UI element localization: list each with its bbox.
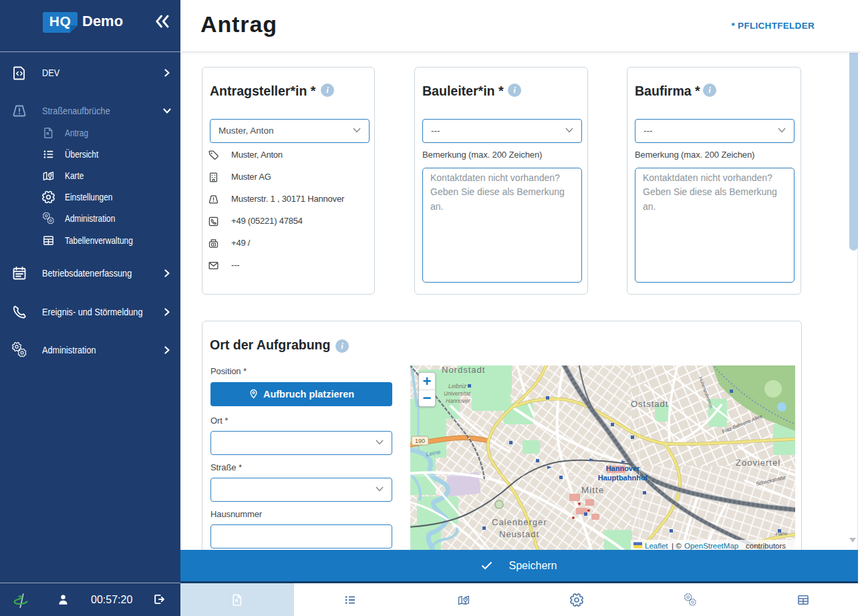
svg-text:Hannover: Hannover xyxy=(446,398,471,404)
svg-text:OpenStreetMap: OpenStreetMap xyxy=(684,542,738,550)
svg-text:| ©: | © xyxy=(672,542,682,550)
svg-text:Leibniz: Leibniz xyxy=(448,383,467,390)
svg-text:Nordstadt: Nordstadt xyxy=(442,365,485,375)
svg-text:Hannover: Hannover xyxy=(606,464,640,472)
svg-text:190: 190 xyxy=(415,438,425,444)
svg-text:Leaflet: Leaflet xyxy=(645,542,668,550)
svg-text:Hauptbahnhof: Hauptbahnhof xyxy=(598,474,648,482)
svg-text:Zooviertel: Zooviertel xyxy=(736,458,780,468)
svg-text:Universitat: Universitat xyxy=(444,390,471,397)
svg-text:Mitte: Mitte xyxy=(581,485,604,495)
svg-text:Calenberger: Calenberger xyxy=(492,517,547,527)
svg-text:Neustadt: Neustadt xyxy=(499,529,539,539)
svg-text:Oststadt: Oststadt xyxy=(631,399,668,409)
svg-text:contributors: contributors xyxy=(746,542,786,550)
